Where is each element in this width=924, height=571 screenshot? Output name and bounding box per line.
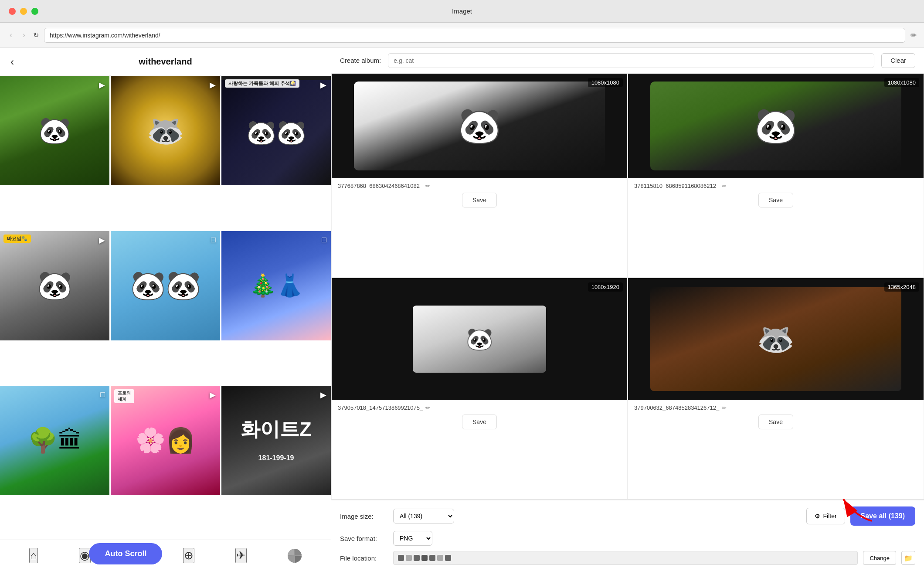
image-info: 379057018_1475713869921075_ ✏ Save xyxy=(332,400,627,434)
save-button[interactable]: Save xyxy=(462,193,497,207)
left-panel: ‹ witheverland 🐼 ▶ 🦝 ▶ 🐼🐼 ▶ xyxy=(0,48,331,571)
maximize-button[interactable] xyxy=(31,8,38,15)
video-icon: ▶ xyxy=(320,80,326,90)
clear-button[interactable]: Clear xyxy=(881,53,915,68)
image-icon: □ xyxy=(100,390,105,399)
image-grid: 🐼 1080x1080 377687868_6863042468641082_ … xyxy=(331,73,924,500)
image-size-row: Image size: All (139) ⚙ Filter Save all … xyxy=(340,506,915,526)
title-bar: Imaget xyxy=(0,0,924,23)
image-filename: 379057018_1475713869921075_ ✏ xyxy=(338,404,621,411)
image-size-badge: 1080x1080 xyxy=(588,78,623,87)
bookmark-button[interactable]: ✏ xyxy=(910,31,917,40)
explore-nav-button[interactable]: ◉ xyxy=(79,548,91,563)
image-card: 🐼 1080x1080 377687868_6863042468641082_ … xyxy=(331,73,628,278)
image-size-badge: 1080x1080 xyxy=(884,78,919,87)
edit-icon[interactable]: ✏ xyxy=(722,404,727,411)
main-area: ‹ witheverland 🐼 ▶ 🦝 ▶ 🐼🐼 ▶ xyxy=(0,48,924,571)
grid-item[interactable]: 🐼🐼 ▶ 사랑하는 가족들과 해피 추석🎑 xyxy=(221,76,331,185)
save-button[interactable]: Save xyxy=(758,415,793,429)
grid-item[interactable]: 🐼 ▶ xyxy=(0,76,109,185)
image-icon: □ xyxy=(211,235,216,245)
video-icon: ▶ xyxy=(99,80,105,90)
reload-button[interactable]: ↻ xyxy=(33,31,39,39)
avatar[interactable] xyxy=(288,549,302,563)
messages-nav-button[interactable]: ✈ xyxy=(235,548,247,563)
image-preview: 🐼 1080x1080 xyxy=(628,74,924,178)
edit-icon[interactable]: ✏ xyxy=(722,183,727,189)
image-info: 377687868_6863042468641082_ ✏ Save xyxy=(332,178,627,212)
back-button[interactable]: ‹ xyxy=(7,29,15,41)
filter-icon: ⚙ xyxy=(815,513,820,520)
create-album-label: Create album: xyxy=(340,57,381,64)
feed-header: ‹ witheverland xyxy=(0,48,331,76)
file-location-label: File location: xyxy=(340,554,388,562)
save-button[interactable]: Save xyxy=(462,415,497,429)
folder-button[interactable]: 📁 xyxy=(901,551,915,565)
window-title: Imaget xyxy=(452,7,472,15)
auto-scroll-button[interactable]: Auto Scroll xyxy=(89,543,162,564)
back-arrow[interactable]: ‹ xyxy=(10,56,14,68)
image-preview: 🐼 1080x1080 xyxy=(332,74,627,178)
grid-item[interactable]: 화이트Z181-199-19 ▶ xyxy=(221,386,331,495)
add-nav-button[interactable]: ⊕ xyxy=(183,548,194,563)
image-card: 🐼 1080x1080 378115810_6868591168086212_ … xyxy=(628,73,924,278)
file-location-display xyxy=(393,551,858,565)
image-filename: 377687868_6863042468641082_ ✏ xyxy=(338,183,621,189)
image-preview: 🐼 1080x1920 xyxy=(332,278,627,400)
video-icon: ▶ xyxy=(210,390,216,400)
red-arrow xyxy=(841,497,880,523)
image-card: 🦝 1365x2048 379700632_6874852834126712_ … xyxy=(628,278,924,500)
address-bar: ‹ › ↻ ✏ xyxy=(0,23,924,48)
video-icon: ▶ xyxy=(210,80,216,90)
feed-grid: 🐼 ▶ 🦝 ▶ 🐼🐼 ▶ 사랑하는 가족들과 해피 추석🎑 xyxy=(0,76,331,540)
forward-button[interactable]: › xyxy=(20,29,28,41)
home-nav-button[interactable]: ⌂ xyxy=(29,548,38,563)
save-format-select[interactable]: PNG JPEG WEBP xyxy=(393,531,432,546)
image-filename: 378115810_6868591168086212_ ✏ xyxy=(634,183,917,189)
save-format-label: Save format: xyxy=(340,535,388,542)
image-filename: 379700632_6874852834126712_ ✏ xyxy=(634,404,917,411)
edit-icon[interactable]: ✏ xyxy=(425,404,430,411)
save-button[interactable]: Save xyxy=(758,193,793,207)
grid-item[interactable]: 🌳🏛 □ xyxy=(0,386,109,495)
image-size-label: Image size: xyxy=(340,513,388,520)
grid-item[interactable]: 🐼🐼 □ xyxy=(111,231,220,340)
bottom-nav: ⌂ ◉ ▶ ⊕ ✈ Auto Scroll xyxy=(0,540,331,571)
feed-username: witheverland xyxy=(139,57,192,67)
create-album-input[interactable] xyxy=(388,53,874,68)
grid-item[interactable]: 🦝 ▶ xyxy=(111,76,220,185)
grid-item[interactable]: 🌸👩 ▶ 프로의세계 xyxy=(111,386,220,495)
window-controls xyxy=(9,8,38,15)
change-button[interactable]: Change xyxy=(863,551,896,565)
image-size-badge: 1080x1920 xyxy=(588,282,623,292)
filter-button[interactable]: ⚙ Filter xyxy=(806,508,845,524)
save-format-row: Save format: PNG JPEG WEBP xyxy=(340,531,915,546)
image-icon: □ xyxy=(322,235,326,245)
right-top-bar: Create album: Clear xyxy=(331,48,924,73)
image-size-badge: 1365x2048 xyxy=(884,282,919,292)
minimize-button[interactable] xyxy=(20,8,27,15)
image-info: 378115810_6868591168086212_ ✏ Save xyxy=(628,178,924,212)
image-card: 🐼 1080x1920 379057018_1475713869921075_ … xyxy=(331,278,628,500)
video-icon: ▶ xyxy=(320,390,326,400)
grid-item[interactable]: 🎄👗 □ xyxy=(221,231,331,340)
edit-icon[interactable]: ✏ xyxy=(425,183,430,189)
url-input[interactable] xyxy=(44,28,905,43)
image-size-select[interactable]: All (139) xyxy=(393,509,454,523)
image-info: 379700632_6874852834126712_ ✏ Save xyxy=(628,400,924,434)
video-icon: ▶ xyxy=(99,235,105,245)
close-button[interactable] xyxy=(9,8,16,15)
bottom-controls: Image size: All (139) ⚙ Filter Save all … xyxy=(331,500,924,571)
image-preview: 🦝 1365x2048 xyxy=(628,278,924,400)
file-location-row: File location: Change 📁 xyxy=(340,551,915,565)
right-panel: Create album: Clear 🐼 1080x1080 37768786… xyxy=(331,48,924,571)
grid-item[interactable]: 🐼 ▶ 바요밀🐾 xyxy=(0,231,109,340)
